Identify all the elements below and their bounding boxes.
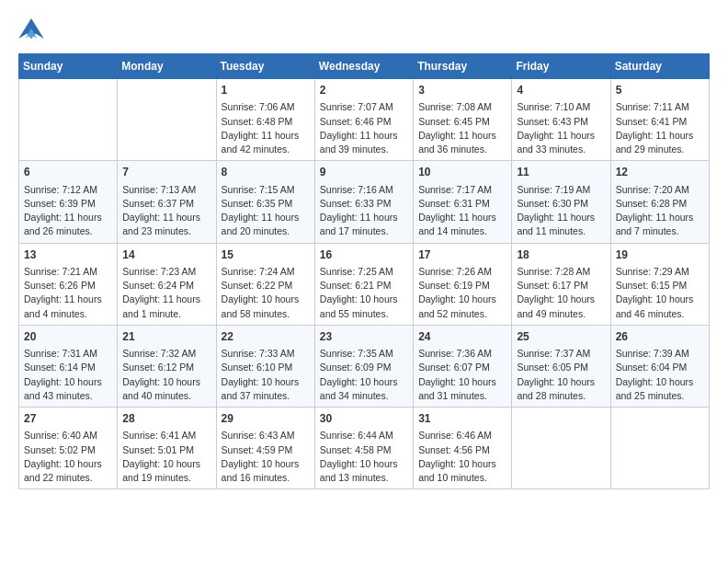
- sunset-text: Sunset: 6:26 PM: [24, 279, 112, 293]
- sunrise-text: Sunrise: 7:39 AM: [616, 347, 704, 361]
- sunset-text: Sunset: 5:01 PM: [122, 443, 210, 457]
- sunset-text: Sunset: 6:07 PM: [418, 361, 506, 374]
- calendar-cell: 1Sunrise: 7:06 AMSunset: 6:48 PMDaylight…: [216, 79, 314, 161]
- daylight-text: Daylight: 11 hours and 17 minutes.: [320, 211, 408, 238]
- day-number: 2: [320, 83, 408, 98]
- sunrise-text: Sunrise: 7:37 AM: [517, 347, 605, 361]
- calendar-cell: 6Sunrise: 7:12 AMSunset: 6:39 PMDaylight…: [19, 161, 118, 243]
- daylight-text: Daylight: 10 hours and 19 minutes.: [122, 457, 210, 485]
- sunset-text: Sunset: 5:02 PM: [24, 443, 112, 457]
- calendar-cell: 2Sunrise: 7:07 AMSunset: 6:46 PMDaylight…: [314, 79, 413, 161]
- daylight-text: Daylight: 10 hours and 52 minutes.: [418, 293, 506, 320]
- sunrise-text: Sunrise: 7:16 AM: [320, 183, 408, 197]
- sunset-text: Sunset: 6:41 PM: [616, 115, 704, 129]
- daylight-text: Daylight: 11 hours and 23 minutes.: [122, 211, 210, 238]
- daylight-text: Daylight: 11 hours and 33 minutes.: [517, 129, 605, 156]
- daylight-text: Daylight: 10 hours and 10 minutes.: [418, 457, 506, 485]
- sunset-text: Sunset: 4:59 PM: [222, 443, 310, 457]
- day-number: 22: [222, 329, 310, 345]
- calendar-cell: 26Sunrise: 7:39 AMSunset: 6:04 PMDayligh…: [610, 325, 709, 407]
- daylight-text: Daylight: 11 hours and 20 minutes.: [222, 211, 310, 238]
- calendar-cell: 16Sunrise: 7:25 AMSunset: 6:21 PMDayligh…: [314, 243, 413, 325]
- calendar-cell: 24Sunrise: 7:36 AMSunset: 6:07 PMDayligh…: [414, 325, 512, 407]
- sunrise-text: Sunrise: 7:17 AM: [418, 183, 506, 197]
- day-number: 5: [616, 83, 704, 98]
- daylight-text: Daylight: 10 hours and 40 minutes.: [122, 375, 210, 403]
- calendar-cell: 19Sunrise: 7:29 AMSunset: 6:15 PMDayligh…: [610, 243, 709, 325]
- day-number: 29: [222, 411, 310, 427]
- sunrise-text: Sunrise: 7:08 AM: [418, 100, 506, 114]
- sunset-text: Sunset: 6:24 PM: [122, 279, 210, 293]
- sunset-text: Sunset: 6:33 PM: [320, 197, 408, 211]
- daylight-text: Daylight: 10 hours and 49 minutes.: [517, 293, 605, 320]
- sunset-text: Sunset: 6:15 PM: [616, 279, 704, 293]
- daylight-text: Daylight: 10 hours and 28 minutes.: [517, 375, 605, 403]
- sunset-text: Sunset: 4:56 PM: [418, 443, 506, 457]
- calendar-cell: 30Sunrise: 6:44 AMSunset: 4:58 PMDayligh…: [314, 408, 413, 489]
- sunrise-text: Sunrise: 7:12 AM: [24, 183, 112, 197]
- daylight-text: Daylight: 10 hours and 25 minutes.: [616, 375, 704, 403]
- sunset-text: Sunset: 6:43 PM: [517, 115, 605, 129]
- calendar-cell: 18Sunrise: 7:28 AMSunset: 6:17 PMDayligh…: [512, 243, 610, 325]
- sunrise-text: Sunrise: 7:28 AM: [517, 265, 605, 279]
- calendar-week-row: 13Sunrise: 7:21 AMSunset: 6:26 PMDayligh…: [19, 243, 710, 325]
- calendar-week-row: 20Sunrise: 7:31 AMSunset: 6:14 PMDayligh…: [19, 325, 710, 407]
- sunset-text: Sunset: 6:04 PM: [616, 361, 704, 374]
- calendar-cell: 10Sunrise: 7:17 AMSunset: 6:31 PMDayligh…: [414, 161, 512, 243]
- day-number: 4: [517, 83, 605, 98]
- daylight-text: Daylight: 11 hours and 42 minutes.: [222, 129, 310, 156]
- day-number: 3: [418, 83, 506, 98]
- sunset-text: Sunset: 6:17 PM: [517, 279, 605, 293]
- sunrise-text: Sunrise: 7:20 AM: [616, 183, 704, 197]
- sunset-text: Sunset: 6:09 PM: [320, 361, 408, 374]
- calendar-cell: 14Sunrise: 7:23 AMSunset: 6:24 PMDayligh…: [118, 243, 216, 325]
- calendar-cell: 21Sunrise: 7:32 AMSunset: 6:12 PMDayligh…: [118, 325, 216, 407]
- sunrise-text: Sunrise: 7:35 AM: [320, 347, 408, 361]
- day-number: 11: [517, 165, 605, 180]
- day-number: 23: [320, 329, 408, 345]
- sunset-text: Sunset: 4:58 PM: [320, 443, 408, 457]
- calendar-cell: [19, 79, 118, 161]
- daylight-text: Daylight: 10 hours and 58 minutes.: [222, 293, 310, 320]
- sunrise-text: Sunrise: 7:11 AM: [616, 100, 704, 114]
- sunset-text: Sunset: 6:37 PM: [122, 197, 210, 211]
- sunrise-text: Sunrise: 7:23 AM: [122, 265, 210, 279]
- sunrise-text: Sunrise: 7:21 AM: [24, 265, 112, 279]
- day-header-friday: Friday: [512, 54, 610, 79]
- day-number: 15: [222, 247, 310, 263]
- daylight-text: Daylight: 11 hours and 39 minutes.: [320, 129, 408, 156]
- sunset-text: Sunset: 6:31 PM: [418, 197, 506, 211]
- daylight-text: Daylight: 10 hours and 43 minutes.: [24, 375, 112, 403]
- day-number: 13: [24, 247, 112, 263]
- sunrise-text: Sunrise: 7:31 AM: [24, 347, 112, 361]
- day-header-tuesday: Tuesday: [216, 54, 314, 79]
- day-number: 28: [122, 411, 210, 427]
- calendar-cell: 23Sunrise: 7:35 AMSunset: 6:09 PMDayligh…: [314, 325, 413, 407]
- logo-icon: [18, 18, 44, 39]
- sunset-text: Sunset: 6:10 PM: [222, 361, 310, 374]
- daylight-text: Daylight: 11 hours and 26 minutes.: [24, 211, 112, 238]
- sunset-text: Sunset: 6:19 PM: [418, 279, 506, 293]
- calendar-cell: 17Sunrise: 7:26 AMSunset: 6:19 PMDayligh…: [414, 243, 512, 325]
- sunrise-text: Sunrise: 7:13 AM: [122, 183, 210, 197]
- day-number: 7: [122, 165, 210, 180]
- day-number: 18: [517, 247, 605, 263]
- day-number: 31: [418, 411, 506, 427]
- daylight-text: Daylight: 10 hours and 34 minutes.: [320, 375, 408, 403]
- day-header-monday: Monday: [118, 54, 216, 79]
- logo: [18, 18, 48, 39]
- day-number: 24: [418, 329, 506, 345]
- day-number: 9: [320, 165, 408, 180]
- day-number: 1: [222, 83, 310, 98]
- day-number: 14: [122, 247, 210, 263]
- daylight-text: Daylight: 10 hours and 37 minutes.: [222, 375, 310, 403]
- sunrise-text: Sunrise: 6:43 AM: [222, 429, 310, 442]
- page-header: [18, 18, 710, 39]
- calendar-cell: 12Sunrise: 7:20 AMSunset: 6:28 PMDayligh…: [610, 161, 709, 243]
- sunrise-text: Sunrise: 7:06 AM: [222, 100, 310, 114]
- day-number: 12: [616, 165, 704, 180]
- calendar-week-row: 27Sunrise: 6:40 AMSunset: 5:02 PMDayligh…: [19, 408, 710, 489]
- day-number: 17: [418, 247, 506, 263]
- daylight-text: Daylight: 10 hours and 22 minutes.: [24, 457, 112, 485]
- sunrise-text: Sunrise: 6:41 AM: [122, 429, 210, 442]
